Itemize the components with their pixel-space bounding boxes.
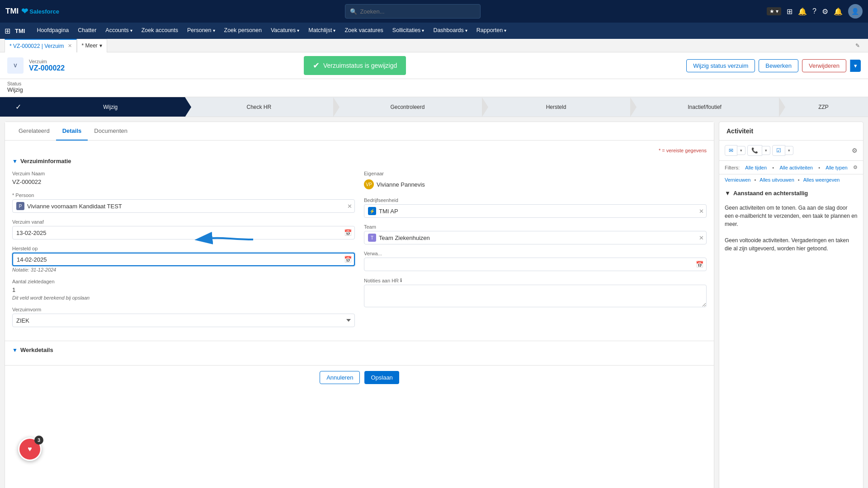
help-icon[interactable]: ? xyxy=(812,7,816,15)
step-check-hr[interactable]: Check HR xyxy=(185,97,334,117)
accounts-caret: ▾ xyxy=(130,28,132,33)
email-button[interactable]: ✉ xyxy=(725,145,737,156)
record-tabs: Gerelateerd Details Documenten xyxy=(5,122,714,141)
record-icon: V xyxy=(7,57,24,74)
nav-item-chatter[interactable]: Chatter xyxy=(73,23,101,39)
step-zzp[interactable]: ZZP xyxy=(779,97,868,117)
record-id[interactable]: VZ-000022 xyxy=(29,64,298,72)
tab-documenten[interactable]: Documenten xyxy=(88,122,134,141)
nav-item-accounts[interactable]: Accounts ▾ xyxy=(101,23,137,39)
global-search[interactable]: 🔍 xyxy=(345,4,481,19)
filter-all-types[interactable]: Alle typen xyxy=(826,165,847,170)
verzuim-vanaf-field: Verzuim vanaf 📅 xyxy=(12,219,355,239)
nav-item-zoek-personen[interactable]: Zoek personen xyxy=(220,23,266,39)
user-avatar[interactable]: 👤 xyxy=(848,4,863,19)
filter-all-activities[interactable]: Alle activiteiten xyxy=(780,165,813,170)
nav-item-vacatures[interactable]: Vacatures ▾ xyxy=(266,23,304,39)
nav-item-zoek-vacatures[interactable]: Zoek vacatures xyxy=(340,23,387,39)
filter-gear-icon[interactable]: ⚙ xyxy=(853,164,858,170)
vernieuwen-link[interactable]: Vernieuwen xyxy=(725,177,751,183)
settings-icon[interactable]: ⚙ xyxy=(822,7,828,16)
alles-weergeven-link[interactable]: Alles weergeven xyxy=(803,177,840,183)
nav-item-personen[interactable]: Personen ▾ xyxy=(183,23,220,39)
tab-edit-icon[interactable]: ✎ xyxy=(852,42,863,49)
step-hersteld[interactable]: Hersteld xyxy=(482,97,631,117)
filter-all-times[interactable]: Alle tijden xyxy=(745,165,767,170)
alles-uitvouwen-link[interactable]: Alles uitvouwen xyxy=(760,177,794,183)
verwijderen-button[interactable]: Verwijderen xyxy=(802,59,846,72)
email-caret-button[interactable]: ▾ xyxy=(737,146,745,155)
task-button[interactable]: ☑ xyxy=(772,145,785,156)
werkdetails-title: Werkdetails xyxy=(20,347,53,353)
task-caret-button[interactable]: ▾ xyxy=(785,146,793,155)
nav-item-sollicitaties[interactable]: Sollicitaties ▾ xyxy=(388,23,429,39)
verzuimvorm-field: Verzuimvorm ZIEK ZWANGER ANDERS xyxy=(12,307,355,327)
nav-item-rapporten[interactable]: Rapporten ▾ xyxy=(472,23,511,39)
search-input[interactable] xyxy=(360,8,476,15)
aanstaand-section-header[interactable]: ▼ Aanstaand en achterstallig xyxy=(719,185,863,201)
org-display-name[interactable]: TMI xyxy=(15,28,25,34)
verwacht-calendar-icon[interactable]: 📅 xyxy=(696,261,703,268)
bedrijfseenheid-lookup-field[interactable]: ⚡ TMI AP xyxy=(364,204,707,218)
team-clear-button[interactable]: ✕ xyxy=(699,235,704,241)
opslaan-button[interactable]: Opslaan xyxy=(364,371,399,384)
verzuim-vanaf-input[interactable] xyxy=(12,226,355,239)
verzuiminfo-section-header[interactable]: ▼ Verzuiminformatie xyxy=(12,158,707,164)
left-col: Verzuim Naam VZ-000022 * Persoon P xyxy=(12,171,355,333)
werkdetails-header[interactable]: ▼ Werkdetails xyxy=(12,347,707,353)
eigenaar-value: Vivianne Pannevis xyxy=(377,181,425,188)
notification-bubble[interactable]: ♥ 3 xyxy=(18,437,42,461)
main-layout: Gerelateerd Details Documenten * = verei… xyxy=(0,117,868,488)
eigenaar-lookup-field[interactable]: VP Vivianne Pannevis xyxy=(364,178,707,191)
tab-gerelateerd[interactable]: Gerelateerd xyxy=(12,122,56,141)
notification-count: 3 xyxy=(34,436,43,445)
chatter-bell-icon[interactable]: 🔔 xyxy=(798,7,807,16)
aantal-ziektedagen-label: Aantal ziektedagen xyxy=(12,279,355,284)
verwacht-input[interactable] xyxy=(364,258,707,271)
status-value: Wijzig xyxy=(7,86,861,93)
verzuimvorm-select[interactable]: ZIEK ZWANGER ANDERS xyxy=(12,314,355,327)
bedrijfseenheid-label: Bedrijfseenheid xyxy=(364,197,707,203)
call-caret-button[interactable]: ▾ xyxy=(762,146,770,155)
step-wijzig[interactable]: Wijzig xyxy=(36,97,185,117)
step-gecontroleerd[interactable]: Gecontroleerd xyxy=(333,97,482,117)
tab-meer-label: * Meer xyxy=(82,42,98,49)
call-button[interactable]: 📞 xyxy=(747,145,762,156)
bewerken-button[interactable]: Bewerken xyxy=(759,59,798,72)
team-lookup-wrap: T Team Ziekenhuizen ✕ xyxy=(364,231,707,244)
notities-hr-textarea[interactable] xyxy=(364,285,707,307)
hersteld-op-input[interactable] xyxy=(12,253,355,266)
verzuim-vanaf-calendar-icon[interactable]: 📅 xyxy=(344,229,352,236)
activity-settings-icon[interactable]: ⚙ xyxy=(852,147,858,154)
wijzig-status-button[interactable]: Wijzig status verzuim xyxy=(686,59,755,72)
nav-item-zoek-accounts[interactable]: Zoek accounts xyxy=(137,23,183,39)
verzuim-naam-label: Verzuim Naam xyxy=(12,171,355,176)
tab-details[interactable]: Details xyxy=(56,122,88,141)
nav-item-dashboards[interactable]: Dashboards ▾ xyxy=(429,23,472,39)
step-check[interactable]: ✓ xyxy=(0,97,36,117)
werkdetails-toggle-icon: ▼ xyxy=(12,347,18,353)
favorites-icon[interactable]: ★ ▾ xyxy=(767,7,781,15)
step-inactief[interactable]: Inactief/foutief xyxy=(630,97,779,117)
team-value: Team Ziekenhuizen xyxy=(379,235,430,241)
nav-item-hoofdpagina[interactable]: Hoofdpagina xyxy=(32,23,73,39)
waffle-icon[interactable]: ⊞ xyxy=(787,7,793,16)
hersteld-op-calendar-icon[interactable]: 📅 xyxy=(344,256,352,263)
tab-meer-caret: ▾ xyxy=(99,42,102,49)
eigenaar-lookup-wrap: VP Vivianne Pannevis xyxy=(364,178,707,191)
annuleren-button[interactable]: Annuleren xyxy=(320,371,360,384)
persoon-lookup-field[interactable]: P Vivianne voornaam Kandidaat TEST xyxy=(12,199,355,213)
team-lookup-field[interactable]: T Team Ziekenhuizen xyxy=(364,231,707,244)
notification-icon[interactable]: 🔔 xyxy=(834,7,843,16)
form-section: * = vereiste gegevens ▼ Verzuiminformati… xyxy=(5,141,714,341)
tab-vz000022-close[interactable]: ✕ xyxy=(68,43,72,49)
activiteit-title: Activiteit xyxy=(726,127,753,135)
bedrijfseenheid-clear-button[interactable]: ✕ xyxy=(699,208,704,215)
tab-vz000022[interactable]: * VZ-000022 | Verzuim ✕ xyxy=(5,39,77,52)
actions-caret-button[interactable]: ▾ xyxy=(850,60,861,72)
persoon-clear-button[interactable]: ✕ xyxy=(347,203,352,210)
tab-meer[interactable]: * Meer ▾ xyxy=(77,39,107,52)
app-menu-icon[interactable]: ⊞ xyxy=(5,27,10,35)
nav-item-matchlijst[interactable]: Matchlijst ▾ xyxy=(304,23,340,39)
matchlijst-caret: ▾ xyxy=(333,28,335,33)
